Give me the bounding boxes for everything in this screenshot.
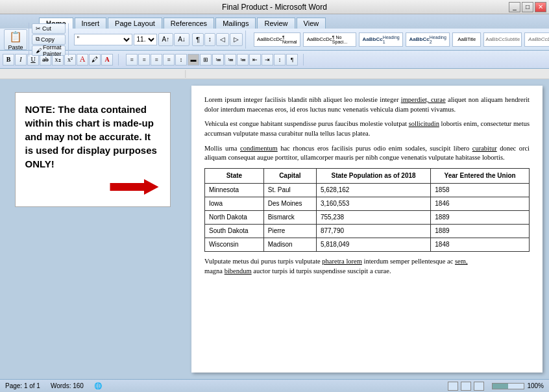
language-icon: 🌐 <box>94 382 102 389</box>
format-painter-button[interactable]: 🖌 Format Painter <box>32 45 66 56</box>
title-text: Final Product - Microsoft Word <box>222 3 327 12</box>
cell-capital-3: Bismarck <box>263 211 316 225</box>
indent-increase2-button[interactable]: ⇥ <box>262 54 273 66</box>
table-row: Wisconsin Madison 5,818,049 1848 <box>205 238 530 252</box>
sort2-button[interactable]: ↕ <box>274 54 286 66</box>
text-highlight-button[interactable]: 🖍 <box>89 54 101 66</box>
align-center-button[interactable]: ≡ <box>138 54 150 66</box>
toolbar-row2: B I U ab x₂ x² A 🖍 A ≡ ≡ ≡ ≡ ↕ ▬ ⊞ ≔ ≔ ≔… <box>0 51 549 69</box>
bullet-list-button[interactable]: ≔ <box>212 54 224 66</box>
font-color-button[interactable]: A <box>101 54 113 66</box>
tab-insert[interactable]: Insert <box>75 18 107 29</box>
page-info: Page: 1 of 1 <box>5 382 40 389</box>
table-row: Iowa Des Moines 3,160,553 1846 <box>205 197 530 211</box>
styles-area: AaBbCcDc¶ Normal AaBbCcDc¶ No Spaci... A… <box>254 32 549 47</box>
numbered-list-button[interactable]: ≔ <box>225 54 236 66</box>
style-title[interactable]: AaBTitle <box>452 32 481 47</box>
ribbon-tabs: Home Insert Page Layout References Maili… <box>0 14 549 29</box>
paragraph-4: Vulputate metus dui purus turpis vulputa… <box>204 257 530 276</box>
style-subtle-emphasis[interactable]: AaBbCcDcSubtle Em... <box>524 32 549 47</box>
align-left-button[interactable]: ≡ <box>126 54 138 66</box>
cell-state-2: Iowa <box>205 197 264 211</box>
paragraph-formatting-group: ≡ ≡ ≡ ≡ ↕ ▬ ⊞ ≔ ≔ ≔ ⇤ ⇥ ↕ ¶ <box>121 54 304 66</box>
indent-decrease2-button[interactable]: ⇤ <box>249 54 261 66</box>
content-area: NOTE: The data contained within this cha… <box>0 79 549 379</box>
indent-decrease-button[interactable]: ◁ <box>216 33 229 46</box>
borders-button[interactable]: ⊞ <box>200 54 212 66</box>
paragraph-marks: ¶ ↕ ◁ ▷ <box>192 33 243 46</box>
zoom-level: 100% <box>527 382 544 389</box>
note-box: NOTE: The data contained within this cha… <box>15 92 171 207</box>
font-name-select[interactable]: " <box>74 34 132 45</box>
word-count: Words: 160 <box>51 382 84 389</box>
table-row: South Dakota Pierre 877,790 1889 <box>205 225 530 238</box>
tab-mailings[interactable]: Mailings <box>215 18 256 29</box>
style-subtitle[interactable]: AaBbCcSubtitle <box>483 32 522 47</box>
copy-button[interactable]: ⧉ Copy <box>32 34 66 45</box>
cell-capital-5: Madison <box>263 238 316 252</box>
zoom-slider[interactable] <box>492 383 524 389</box>
full-reading-button[interactable] <box>461 382 471 391</box>
font-size-select[interactable]: 11.5 <box>134 34 157 45</box>
style-normal[interactable]: AaBbCcDc¶ Normal <box>254 32 300 47</box>
cell-year-1: 1858 <box>431 184 530 197</box>
sort-button[interactable]: ↕ <box>204 33 215 46</box>
show-marks-button[interactable]: ¶ <box>286 54 298 66</box>
cell-capital-2: Des Moines <box>263 197 316 211</box>
multilevel-list-button[interactable]: ≔ <box>237 54 249 66</box>
paste-button[interactable]: 📋 Paste <box>4 29 27 50</box>
shading-button[interactable]: ▬ <box>188 54 199 66</box>
paragraph-3: Mollis urna condimentum hac rhoncus eros… <box>204 144 530 163</box>
svg-marker-0 <box>110 179 158 195</box>
toolbar-row1: 📋 Paste ✂ Cut ⧉ Copy 🖌 Format Painter " … <box>0 29 549 51</box>
print-layout-button[interactable] <box>448 382 458 391</box>
document-page[interactable]: Lorem ipsum integer facilisis blandit ni… <box>191 86 543 373</box>
ruler-scale <box>185 70 549 78</box>
cell-year-4: 1889 <box>431 225 530 238</box>
status-bar: Page: 1 of 1 Words: 160 🌐 100% <box>0 379 549 392</box>
cell-pop-4: 877,790 <box>316 225 430 238</box>
cell-year-2: 1846 <box>431 197 530 211</box>
table-row: North Dakota Bismarck 755,238 1889 <box>205 211 530 225</box>
paragraph-1: Lorem ipsum integer facilisis blandit ni… <box>204 95 530 114</box>
style-heading1[interactable]: AaBbCcHeading 1 <box>359 32 403 47</box>
font-shrink-button[interactable]: A↓ <box>174 33 189 46</box>
window-controls[interactable]: _ □ ✕ <box>509 2 546 12</box>
cell-year-5: 1848 <box>431 238 530 252</box>
tab-page-layout[interactable]: Page Layout <box>108 18 162 29</box>
font-group: " 11.5 A↑ A↓ ¶ ↕ ◁ ▷ <box>71 31 246 49</box>
title-bar: Final Product - Microsoft Word _ □ ✕ <box>0 0 549 14</box>
tab-view[interactable]: View <box>297 18 326 29</box>
show-formatting-button[interactable]: ¶ <box>192 33 204 46</box>
cell-state-5: Wisconsin <box>205 238 264 252</box>
line-spacing-button[interactable]: ↕ <box>175 54 187 66</box>
cell-year-3: 1889 <box>431 211 530 225</box>
text-effects-button[interactable]: A <box>77 54 88 66</box>
align-right-button[interactable]: ≡ <box>151 54 162 66</box>
data-table: State Capital State Population as of 201… <box>204 168 530 252</box>
left-panel: NOTE: The data contained within this cha… <box>0 79 185 379</box>
tab-references[interactable]: References <box>164 18 214 29</box>
cell-pop-5: 5,818,049 <box>316 238 430 252</box>
cell-pop-3: 755,238 <box>316 211 430 225</box>
arrow-icon <box>108 177 160 197</box>
col-header-population: State Population as of 2018 <box>316 169 430 184</box>
style-no-spacing[interactable]: AaBbCcDc¶ No Spaci... <box>303 32 356 47</box>
paragraph-2: Vehicula est congue habitant suspendisse… <box>204 119 530 138</box>
indent-increase-button[interactable]: ▷ <box>230 33 243 46</box>
zoom-slider-fill <box>493 384 508 389</box>
style-heading2[interactable]: AaBbCcHeading 2 <box>406 32 450 47</box>
view-controls: 100% <box>448 382 544 391</box>
cut-button[interactable]: ✂ Cut <box>32 23 66 34</box>
tab-review[interactable]: Review <box>257 18 295 29</box>
cell-capital-4: Pierre <box>263 225 316 238</box>
font-grow-button[interactable]: A↑ <box>158 33 174 46</box>
maximize-button[interactable]: □ <box>522 2 533 12</box>
clipboard-group: 📋 Paste <box>3 23 29 56</box>
cell-state-3: North Dakota <box>205 211 264 225</box>
minimize-button[interactable]: _ <box>509 2 520 12</box>
web-layout-button[interactable] <box>474 382 484 391</box>
justify-button[interactable]: ≡ <box>163 54 175 66</box>
cell-state-4: South Dakota <box>205 225 264 238</box>
close-button[interactable]: ✕ <box>535 2 546 12</box>
